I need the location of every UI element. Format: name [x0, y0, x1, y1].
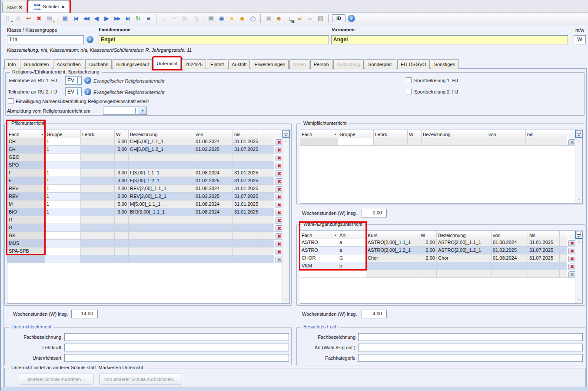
andere-schule-zurueckholen-button[interactable]: von anderer Schule zurückholen...: [99, 374, 182, 384]
tab-austritt[interactable]: Austritt: [228, 59, 250, 69]
table-row[interactable]: GK✖: [7, 232, 282, 240]
grid-menu-icon[interactable]: ▼: [575, 130, 582, 138]
column-header-bis[interactable]: bis: [526, 130, 556, 137]
column-header-fach[interactable]: Fach▲: [300, 130, 338, 137]
column-header-kurs[interactable]: Kurs: [366, 231, 419, 238]
edit-form-icon[interactable]: ▤●: [45, 14, 53, 23]
table-row[interactable]: GEO✖: [7, 154, 282, 161]
table-row[interactable]: F13,00F[3,00]_1.1_101.08.202431.01.2025✖: [7, 169, 282, 177]
scroll-down-icon[interactable]: ▼: [575, 198, 582, 202]
table-row[interactable]: SPA-SPB✖: [7, 247, 282, 255]
table-row[interactable]: ASTROaASTRO[2,00]_1.1_12,00ASTRO[2,00]_1…: [300, 239, 575, 247]
mw-input[interactable]: W: [574, 35, 586, 44]
table-row[interactable]: D✖: [7, 216, 282, 224]
familienname-input[interactable]: Engel: [99, 35, 329, 44]
column-header-bis[interactable]: bis: [528, 231, 560, 238]
new-record-icon[interactable]: ▯+: [3, 14, 12, 23]
column-header-fach[interactable]: Fach▲: [300, 231, 338, 238]
scroll-up-icon[interactable]: ▲: [575, 139, 582, 143]
close-tab-icon[interactable]: ×: [19, 4, 22, 10]
column-header-bezeichnung[interactable]: Bezeichnung: [437, 231, 492, 238]
column-header-von[interactable]: von: [492, 231, 528, 238]
column-header-von[interactable]: von: [194, 130, 233, 137]
new-row-placeholder[interactable]: ✖: [7, 255, 282, 263]
tab-erweiterungen[interactable]: Erweiterungen: [251, 59, 289, 69]
folder-export-icon[interactable]: ▰→: [296, 14, 304, 23]
andere-schule-zuordnen-button[interactable]: anderer Schule zuordnen...: [19, 374, 93, 384]
table-row[interactable]: M15,00M[5,00]_1.1_101.08.202431.01.2025✖: [7, 201, 282, 208]
tab-sonstiges[interactable]: Sonstiges: [431, 59, 458, 69]
fast-next-icon[interactable]: ▶▶: [113, 14, 121, 23]
table-row[interactable]: MUS✖: [7, 240, 282, 247]
alarm-clock-icon[interactable]: ◷: [249, 14, 257, 23]
fachkategorie-input[interactable]: [358, 354, 583, 362]
scroll-up-icon[interactable]: ▲: [575, 240, 582, 244]
tab-person[interactable]: Person: [310, 59, 332, 69]
new-row-placeholder[interactable]: ✖: [300, 270, 575, 278]
column-header-art[interactable]: Art: [338, 231, 366, 238]
student-export-icon[interactable]: ☻→: [275, 14, 283, 23]
tb-import-icon[interactable]: ↓TB: [285, 14, 293, 23]
tab-grunddaten[interactable]: Grunddaten: [20, 59, 52, 69]
column-header-w[interactable]: W: [419, 231, 437, 238]
scroll-down-icon[interactable]: ▼: [282, 298, 289, 302]
table-row[interactable]: CHORGChor2,00Chor01.08.202431.07.2025✖: [300, 254, 575, 262]
tab-bildungsverlauf[interactable]: Bildungsverlauf: [113, 59, 152, 69]
tab-anschriften[interactable]: Anschriften: [53, 59, 84, 69]
datasheet-icon[interactable]: ▦: [61, 14, 69, 23]
last-record-icon[interactable]: ▶|: [123, 14, 132, 23]
unterrichtsart-input[interactable]: [64, 354, 289, 362]
fachbezeichnung-input[interactable]: [358, 333, 583, 341]
vertical-scrollbar[interactable]: ▲▼: [282, 138, 289, 303]
table-row[interactable]: CH15,00CH[5,00]_1.2_101.02.202531.07.202…: [7, 146, 282, 154]
tab-laufbahn[interactable]: Laufbahn: [85, 59, 112, 69]
column-header-von[interactable]: von: [487, 130, 526, 137]
klasse-input[interactable]: 11a: [7, 35, 84, 44]
table-row[interactable]: F13,00F[3,00]_1.2_101.02.202531.07.2025✖: [7, 177, 282, 185]
next-record-icon[interactable]: ▶: [103, 14, 111, 23]
column-header-bezeichnung[interactable]: Bezeichnung: [129, 130, 194, 137]
vornamen-input[interactable]: Angel: [331, 35, 568, 44]
info-icon[interactable]: i: [86, 36, 93, 43]
print-icon[interactable]: ▤: [207, 14, 215, 23]
window-tab-start[interactable]: Start×: [2, 2, 27, 12]
window-tab-schüler[interactable]: Schüler×: [29, 0, 69, 12]
scroll-down-icon[interactable]: ▼: [575, 298, 582, 302]
address-book-icon[interactable]: ▥: [316, 14, 325, 23]
table-row[interactable]: CH15,00CH[5,00]_1.1_101.08.202431.01.202…: [7, 138, 282, 146]
export-package-icon[interactable]: ▣→: [264, 14, 272, 23]
hint-bulb-icon[interactable]: ●: [228, 14, 236, 23]
table-row[interactable]: SPO✖: [7, 161, 282, 169]
column-header-w[interactable]: W: [115, 130, 129, 137]
tab-eintritt[interactable]: Eintritt: [207, 59, 227, 69]
table-row[interactable]: VKMb✖: [300, 262, 575, 270]
first-record-icon[interactable]: |◀: [71, 14, 80, 23]
grid-menu-icon[interactable]: ▼: [282, 130, 289, 138]
vertical-scrollbar[interactable]: ▲▼: [575, 138, 582, 203]
help-icon[interactable]: ?: [348, 15, 355, 22]
bell-icon[interactable]: ◆: [238, 14, 246, 23]
table-row[interactable]: ASTROaASTRO[2,00]_1.2_12,00ASTRO[2,00]_1…: [300, 247, 575, 254]
lehrkraft-input[interactable]: [64, 344, 289, 351]
tab-2024-25[interactable]: 2024/25: [182, 59, 206, 69]
undo-icon[interactable]: ↩: [24, 14, 33, 23]
tab-sonderpäd[interactable]: Sonderpäd.: [365, 59, 396, 69]
column-header-gruppe[interactable]: Gruppe: [45, 130, 81, 137]
new-row-placeholder[interactable]: ✖: [300, 138, 575, 146]
column-header-w[interactable]: W: [408, 130, 422, 137]
tab-unterricht[interactable]: Unterricht: [153, 58, 181, 69]
table-row[interactable]: G✖: [7, 224, 282, 232]
prev-record-icon[interactable]: ◀: [92, 14, 100, 23]
column-header-lehrk[interactable]: Lehrk.: [81, 130, 115, 137]
grid-menu-icon[interactable]: ▼: [575, 231, 582, 239]
column-header-fach[interactable]: Fach▲: [7, 130, 45, 137]
column-header-bezeichnung[interactable]: Bezeichnung: [422, 130, 487, 137]
column-header-bis[interactable]: bis: [233, 130, 263, 137]
vertical-scrollbar[interactable]: ▲▼: [575, 239, 582, 303]
refresh-icon[interactable]: ↻: [134, 14, 142, 23]
table-row[interactable]: REV12,00REV[2,00]_1.2_101.02.202531.07.2…: [7, 193, 282, 201]
delete-record-icon[interactable]: ✖: [35, 14, 43, 23]
id-button[interactable]: ID: [332, 14, 345, 22]
fast-prev-icon[interactable]: ◀◀: [82, 14, 90, 23]
tab-eu-dsgvo[interactable]: EU-DSGVO: [397, 59, 430, 69]
